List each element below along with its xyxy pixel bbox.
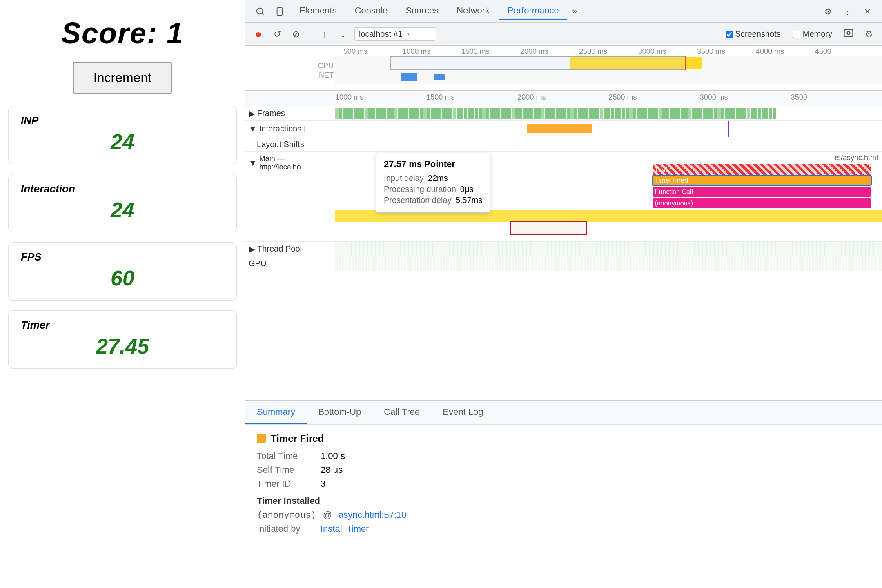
record-button[interactable]: ● xyxy=(251,27,266,42)
tab-bottom-up[interactable]: Bottom-Up xyxy=(307,401,372,424)
frame-bar-item xyxy=(512,108,515,119)
ruler2-2000: 2000 ms xyxy=(517,93,608,102)
interactions-expand-icon[interactable]: ▼ xyxy=(249,124,257,134)
tab-console[interactable]: Console xyxy=(347,2,396,20)
frame-bar-item xyxy=(622,108,625,119)
thread-pool-expand-icon[interactable]: ▶ xyxy=(249,244,255,254)
tab-event-log[interactable]: Event Log xyxy=(431,401,494,424)
timer-fired-bar[interactable]: Timer Fired xyxy=(653,176,871,185)
summary-timer-id: Timer ID 3 xyxy=(257,479,871,489)
interaction-bar[interactable] xyxy=(527,124,592,133)
frame-bar-item xyxy=(335,108,339,119)
increment-button[interactable]: Increment xyxy=(73,62,172,94)
close-icon[interactable]: ✕ xyxy=(859,3,875,20)
interactions-track[interactable]: ▼ Interactions | xyxy=(245,121,882,137)
metric-label-timer: Timer xyxy=(21,319,224,332)
frame-bar-item xyxy=(519,108,522,119)
frames-expand-icon[interactable]: ▶ xyxy=(249,109,255,118)
initiated-link[interactable]: Install Timer xyxy=(321,523,369,534)
frame-bar-item xyxy=(751,108,754,119)
timer-id-value: 3 xyxy=(321,479,325,489)
memory-checkbox-label[interactable]: Memory xyxy=(793,29,832,39)
summary-total-time: Total Time 1.00 s xyxy=(257,451,871,461)
upload-button[interactable]: ↑ xyxy=(317,27,332,42)
settings-icon[interactable]: ⚙ xyxy=(820,3,836,20)
capture-screenshot-icon[interactable] xyxy=(843,27,854,39)
frame-bar-item xyxy=(357,108,361,119)
main-track[interactable]: ▼ Main — http://localho... 27.57 ms Poin… xyxy=(245,152,882,242)
metric-label-fps: FPS xyxy=(21,251,224,263)
frame-bar-item xyxy=(725,108,728,119)
gpu-track[interactable]: GPU xyxy=(245,256,882,271)
performance-settings-icon[interactable]: ⚙ xyxy=(862,27,876,42)
frame-bar-item xyxy=(589,108,592,119)
timeline-overview[interactable]: 500 ms 1000 ms 1500 ms 2000 ms 2500 ms 3… xyxy=(245,46,882,91)
thread-pool-content xyxy=(335,242,882,256)
thread-pool-track[interactable]: ▶ Thread Pool xyxy=(245,242,882,256)
installed-row: (anonymous) @ async.html:57:10 xyxy=(257,510,871,520)
task-bar[interactable]: Task xyxy=(653,164,871,175)
svg-point-0 xyxy=(257,8,263,14)
screenshots-checkbox[interactable] xyxy=(726,31,733,38)
frame-bar-item xyxy=(383,108,386,119)
main-content[interactable]: 27.57 ms Pointer Input delay 22ms Proces… xyxy=(335,152,882,242)
gpu-content xyxy=(335,256,882,271)
inspect-icon[interactable] xyxy=(252,3,268,20)
function-call-bar[interactable]: Function Call xyxy=(653,187,871,197)
svg-line-1 xyxy=(262,13,263,15)
frame-bar-item xyxy=(431,108,434,119)
function-call-label: Function Call xyxy=(655,188,693,196)
device-toggle-icon[interactable] xyxy=(272,3,288,20)
screenshots-checkbox-label[interactable]: Screenshots xyxy=(726,29,781,39)
more-options-icon[interactable]: ⋮ xyxy=(840,3,856,20)
total-time-value: 1.00 s xyxy=(321,451,345,461)
frame-bar-item xyxy=(545,108,548,119)
tab-performance[interactable]: Performance xyxy=(499,2,567,20)
summary-title: Timer Fired xyxy=(257,433,871,444)
anonymous-label: (anonymous) xyxy=(655,200,693,207)
frame-bar-item xyxy=(504,108,508,119)
url-selector[interactable]: localhost #1 xyxy=(354,27,436,41)
frame-bar-item xyxy=(493,108,497,119)
download-button[interactable]: ↓ xyxy=(336,27,350,42)
frame-bar-item xyxy=(692,108,695,119)
main-label[interactable]: ▼ Main — http://localho... xyxy=(245,152,335,173)
frames-label[interactable]: ▶ ▶ Frames Frames xyxy=(245,107,335,120)
frame-bar-item xyxy=(721,108,724,119)
memory-checkbox[interactable] xyxy=(793,31,800,38)
frame-bar-item xyxy=(651,108,655,119)
frame-bar-item xyxy=(361,108,364,119)
tab-sources[interactable]: Sources xyxy=(397,2,447,20)
installed-func: (anonymous) xyxy=(257,510,316,520)
layout-shifts-track[interactable]: Layout Shifts xyxy=(245,137,882,152)
tab-summary[interactable]: Summary xyxy=(245,401,307,424)
frame-bar-item xyxy=(695,108,699,119)
frame-bar-item xyxy=(534,108,537,119)
frame-bar-item xyxy=(585,108,588,119)
frame-bar-item xyxy=(471,108,474,119)
main-expand-icon[interactable]: ▼ xyxy=(249,158,257,168)
frame-bar-item xyxy=(717,108,721,119)
reload-button[interactable]: ↺ xyxy=(270,27,285,42)
self-time-label: Self Time xyxy=(257,465,314,475)
metric-card-inp: INP 24 xyxy=(8,106,237,164)
gpu-label[interactable]: GPU xyxy=(245,257,335,270)
tab-call-tree[interactable]: Call Tree xyxy=(372,401,431,424)
tab-elements[interactable]: Elements xyxy=(291,2,345,20)
thread-pool-label[interactable]: ▶ Thread Pool xyxy=(245,243,335,256)
interactions-content[interactable] xyxy=(335,121,882,137)
interactions-label[interactable]: ▼ Interactions | xyxy=(245,122,335,135)
more-tabs-button[interactable]: » xyxy=(569,4,580,18)
installed-link[interactable]: async.html:57:10 xyxy=(339,510,406,520)
clear-button[interactable]: ⊘ xyxy=(289,27,303,42)
frame-bar-item xyxy=(633,108,636,119)
frame-bar-item xyxy=(670,108,673,119)
timeline-tracks[interactable]: 1000 ms 1500 ms 2000 ms 2500 ms 3000 ms … xyxy=(245,91,882,400)
initiated-row: Initiated by Install Timer xyxy=(257,523,871,534)
frame-bar-item xyxy=(346,108,350,119)
frames-track[interactable]: ▶ ▶ Frames Frames // Will be rendered by… xyxy=(245,106,882,121)
layout-shifts-label[interactable]: Layout Shifts xyxy=(245,138,335,151)
tab-network[interactable]: Network xyxy=(448,2,498,20)
frame-bar-item xyxy=(401,108,405,119)
anonymous-bar[interactable]: (anonymous) xyxy=(653,198,871,208)
